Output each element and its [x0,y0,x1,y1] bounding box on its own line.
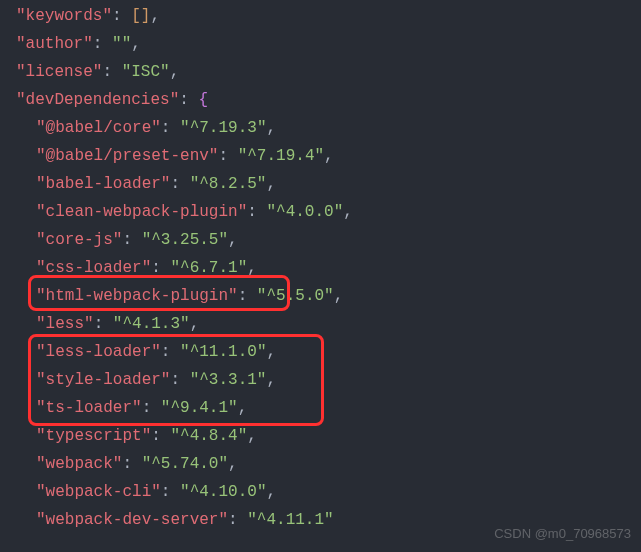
watermark-text: CSDN @m0_70968573 [494,523,631,546]
json-line-devdeps-open: "devDependencies": { [16,86,641,114]
json-key: "keywords" [16,7,112,25]
json-key: "devDependencies" [16,91,179,109]
json-line-license: "license": "ISC", [16,58,641,86]
dep-line-css-loader: "css-loader": "^6.7.1", [16,254,641,282]
json-value: "" [112,35,131,53]
json-line-keywords: "keywords": [], [16,2,641,30]
dep-line: "clean-webpack-plugin": "^4.0.0", [16,198,641,226]
dep-line: "webpack-cli": "^4.10.0", [16,478,641,506]
dep-line: "typescript": "^4.8.4", [16,422,641,450]
dep-line: "webpack": "^5.74.0", [16,450,641,478]
json-value: "ISC" [122,63,170,81]
json-line-author: "author": "", [16,30,641,58]
json-key: "license" [16,63,102,81]
dep-line: "babel-loader": "^8.2.5", [16,170,641,198]
dep-line: "ts-loader": "^9.4.1", [16,394,641,422]
json-key: "author" [16,35,93,53]
dep-line-less: "less": "^4.1.3", [16,310,641,338]
dep-line: "@babel/preset-env": "^7.19.4", [16,142,641,170]
dep-line-less-loader: "less-loader": "^11.1.0", [16,338,641,366]
dep-line: "html-webpack-plugin": "^5.5.0", [16,282,641,310]
dep-line: "@babel/core": "^7.19.3", [16,114,641,142]
dep-line-style-loader: "style-loader": "^3.3.1", [16,366,641,394]
dep-line: "core-js": "^3.25.5", [16,226,641,254]
